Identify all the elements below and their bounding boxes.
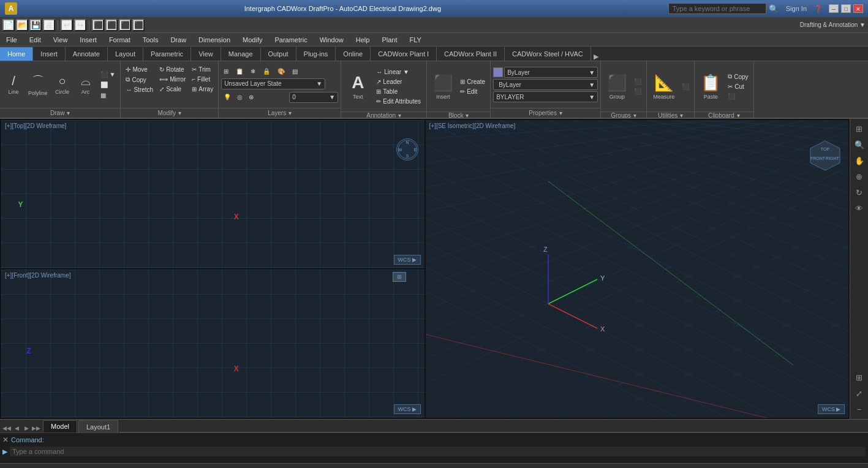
tab-layout1[interactable]: Layout1	[78, 420, 118, 432]
tab-view[interactable]: View	[191, 47, 221, 61]
plot-button[interactable]: 🖨	[43, 19, 55, 31]
right-panel-orbit-button[interactable]: ↻	[852, 185, 867, 200]
ribbon-utilities-label[interactable]: Utilities ▾	[647, 111, 694, 119]
viewport-top-wcs[interactable]: WCS▶	[394, 255, 421, 265]
draw-circle-button[interactable]: ○ Circle	[51, 73, 74, 96]
redo-button[interactable]: ↪	[74, 19, 86, 31]
ribbon-block-label[interactable]: Block ▾	[427, 111, 490, 119]
layer-lock-button[interactable]: 🔒	[260, 67, 273, 76]
ribbon-clipboard-label[interactable]: Clipboard ▾	[695, 111, 753, 119]
block-create-button[interactable]: ⊞ Create	[458, 77, 488, 86]
undo-button[interactable]: ↩	[61, 19, 73, 31]
draw-hatch-button[interactable]: ▦	[98, 91, 118, 100]
tab-parametric[interactable]: Parametric	[143, 47, 191, 61]
modify-trim-button[interactable]: ✂ Trim	[189, 65, 216, 74]
annotation-text-button[interactable]: A Text	[344, 64, 371, 109]
new-button[interactable]: 📄	[2, 19, 15, 31]
layer-on-button[interactable]: 💡	[221, 92, 233, 102]
draw-polyline-button[interactable]: ⌒ Polyline	[26, 72, 50, 97]
status-lw-button[interactable]: ⊞	[228, 466, 241, 469]
menu-parametric[interactable]: Parametric	[268, 33, 313, 47]
menu-help[interactable]: Help	[350, 33, 376, 47]
layer-more-button[interactable]: ▤	[290, 67, 300, 76]
ribbon-draw-label[interactable]: Draw ▾	[0, 108, 120, 118]
group-extra2[interactable]: ⬛	[632, 87, 644, 96]
annotation-leader-button[interactable]: ↗ Leader	[374, 77, 423, 86]
measure-button[interactable]: 📐 Measure	[649, 64, 678, 109]
status-otrack-button[interactable]: ⊞	[177, 466, 189, 469]
draw-more-button[interactable]: ⬛ ▼	[98, 70, 118, 79]
status-viewport-button[interactable]: ⊞	[715, 466, 727, 469]
modify-copy-button[interactable]: ⧉ Copy	[123, 75, 156, 85]
tab-output[interactable]: Output	[261, 47, 296, 61]
menu-draw[interactable]: Draw	[164, 33, 192, 47]
tab-annotate[interactable]: Annotate	[66, 47, 108, 61]
save-button[interactable]: 💾	[29, 19, 42, 31]
right-panel-resize-button[interactable]: ⤢	[852, 386, 867, 401]
status-tpt-button[interactable]: ⊞	[246, 466, 258, 469]
modify-scale-button[interactable]: ⤢ Scale	[157, 85, 188, 94]
tab-online[interactable]: Online	[336, 47, 371, 61]
ribbon-properties-label[interactable]: Properties ▾	[491, 108, 600, 118]
tab-nav-first[interactable]: ◀◀	[2, 424, 11, 432]
viewport-iso-cube[interactable]: TOP RIGHT FRONT	[808, 138, 842, 173]
viewport-top[interactable]: [+][Top][2D Wireframe] N S W E Y X WCS▶	[1, 120, 425, 268]
search-icon[interactable]: 🔍	[769, 4, 779, 13]
qa-extra-1[interactable]: ⬛	[92, 19, 104, 31]
status-osnap-button[interactable]: ⊞	[160, 466, 172, 469]
right-panel-minus-button[interactable]: −	[852, 402, 867, 417]
tab-more-button[interactable]: ▶	[594, 53, 598, 61]
copy-clip-button[interactable]: ⧉ Copy	[725, 72, 750, 81]
linetype-dropdown[interactable]: ByLayer ▼	[493, 79, 598, 90]
right-panel-view-button[interactable]: 👁	[852, 201, 867, 216]
group-button[interactable]: ⬛ Group	[603, 64, 630, 109]
qa-extra-2[interactable]: ⬛	[105, 19, 118, 31]
status-polar-button[interactable]: ⊞	[143, 466, 155, 469]
ribbon-annotation-label[interactable]: Annotation ▾	[341, 111, 426, 119]
menu-insert[interactable]: Insert	[74, 33, 103, 47]
tab-nav-prev[interactable]: ◀	[12, 424, 21, 432]
tab-layout[interactable]: Layout	[108, 47, 143, 61]
ribbon-layers-label[interactable]: Layers ▾	[219, 108, 341, 118]
tab-nav-next[interactable]: ▶	[22, 424, 31, 432]
help-icon[interactable]: ❓	[814, 5, 823, 13]
open-button[interactable]: 📂	[16, 19, 28, 31]
right-panel-grid-button[interactable]: ⊞	[852, 370, 867, 385]
right-panel-nav-button[interactable]: 🔍	[852, 137, 867, 152]
status-ui-button[interactable]: ⊞	[801, 466, 813, 469]
color-swatch[interactable]	[493, 67, 503, 77]
viewport-top-compass[interactable]: N S W E	[396, 138, 418, 160]
close-button[interactable]: ✕	[853, 4, 863, 13]
viewport-iso-label[interactable]: [+][SE Isometric][2D Wireframe]	[429, 123, 516, 129]
layer-state-dropdown[interactable]: Unsaved Layer State ▼	[221, 78, 325, 89]
status-ducs-button[interactable]: ⊞	[194, 466, 206, 469]
menu-dimension[interactable]: Dimension	[192, 33, 236, 47]
viewport-top-label[interactable]: [+][Top][2D Wireframe]	[5, 123, 66, 129]
block-insert-button[interactable]: ⬛ Insert	[429, 64, 456, 109]
layer-match-button[interactable]: ⊛	[246, 92, 256, 102]
draw-rect-button[interactable]: ⬜	[98, 80, 118, 89]
viewport-front-wcs[interactable]: WCS▶	[394, 404, 421, 414]
minimize-button[interactable]: ─	[829, 4, 839, 13]
clipboard-extra[interactable]: ⬛	[725, 92, 750, 101]
qa-extra-4[interactable]: ⬛	[132, 19, 145, 31]
layer-manager-button[interactable]: ⊞	[221, 67, 231, 76]
layer-count-dropdown[interactable]: 0 ▼	[289, 92, 338, 103]
modify-stretch-button[interactable]: ↔ Stretch	[123, 85, 156, 94]
menu-format[interactable]: Format	[103, 33, 137, 47]
annotation-linear-button[interactable]: ↔ Linear ▼	[374, 67, 423, 77]
cut-button[interactable]: ✂ Cut	[725, 82, 750, 91]
lineweight-dropdown[interactable]: BYLAYER ▼	[493, 91, 598, 102]
tab-cadworx-plant1[interactable]: CADWorx Plant I	[371, 47, 437, 61]
viewport-front-mini-map[interactable]: ⊞	[393, 272, 406, 282]
status-annotation-auto[interactable]: ⊞	[766, 466, 779, 469]
layer-freeze-button[interactable]: ❄	[248, 67, 258, 76]
viewport-iso-wcs[interactable]: WCS▶	[818, 404, 845, 414]
status-lock-button[interactable]: 🔒	[818, 466, 830, 469]
status-hardware-button[interactable]: ⊞	[852, 466, 864, 469]
tab-manage[interactable]: Manage	[221, 47, 261, 61]
tab-nav-last[interactable]: ▶▶	[32, 424, 40, 432]
command-input-field[interactable]	[10, 447, 866, 456]
menu-modify[interactable]: Modify	[236, 33, 268, 47]
layer-color-button[interactable]: 🎨	[275, 67, 287, 76]
